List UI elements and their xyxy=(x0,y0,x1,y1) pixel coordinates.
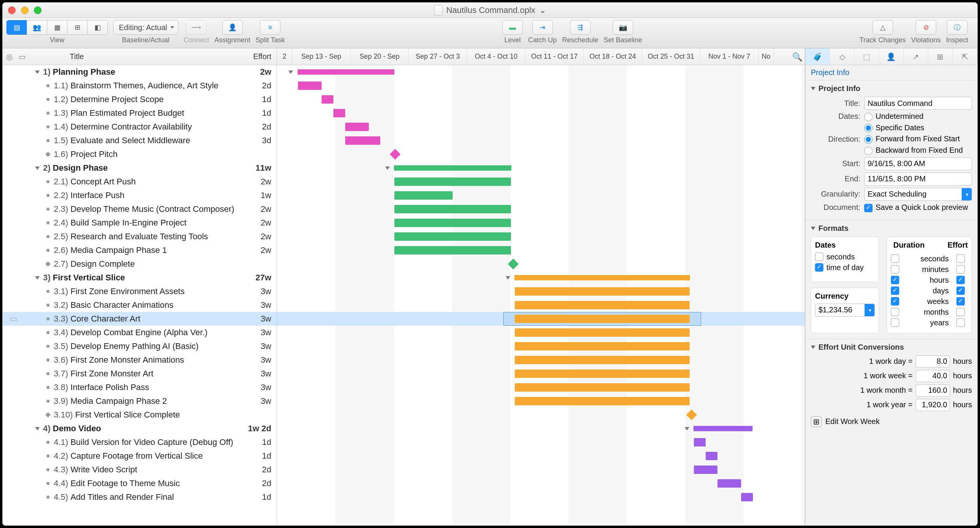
baseline-select[interactable]: Editing: Actual xyxy=(113,20,178,35)
task-bar[interactable] xyxy=(515,397,690,405)
dur-minutes-checkbox[interactable] xyxy=(891,265,899,274)
task-bar[interactable] xyxy=(515,301,690,309)
close-icon[interactable] xyxy=(8,6,16,14)
summary-bar[interactable] xyxy=(515,275,690,280)
summary-bar[interactable] xyxy=(394,165,511,171)
eff-years-checkbox[interactable] xyxy=(956,318,965,327)
task-row[interactable]: 3.4)Develop Combat Engine (Alpha Ver.)3w xyxy=(3,326,277,339)
task-row[interactable]: 3.7)First Zone Monster Art3w xyxy=(3,367,277,381)
task-bar[interactable] xyxy=(322,95,333,104)
tab-export[interactable]: ⇱ xyxy=(953,48,977,65)
timeline-column-header[interactable]: Oct 25 - Oct 31 xyxy=(642,48,700,65)
task-bar[interactable] xyxy=(694,438,706,446)
zoom-icon[interactable] xyxy=(34,6,42,14)
task-row[interactable]: 3.6)First Zone Monster Animations3w xyxy=(3,353,277,367)
quicklook-checkbox[interactable] xyxy=(864,204,873,212)
task-bar[interactable] xyxy=(333,109,345,117)
task-row[interactable]: 2)Design Phase11w xyxy=(3,161,277,175)
eye-icon[interactable]: ◎ xyxy=(3,52,16,61)
task-row[interactable]: 1.6)Project Pitch xyxy=(3,147,277,161)
task-row[interactable]: ▭3.3)Core Character Art3w xyxy=(3,312,277,326)
chevron-down-icon[interactable] xyxy=(811,87,815,90)
task-row[interactable]: 3.1)First Zone Environment Assets3w xyxy=(3,285,277,298)
eff-days-checkbox[interactable] xyxy=(956,286,965,295)
project-title-input[interactable] xyxy=(864,97,972,110)
eff-weeks-checkbox[interactable] xyxy=(956,297,965,306)
view-styles-button[interactable]: ◧ xyxy=(87,20,108,35)
view-gantt-button[interactable]: ▤ xyxy=(6,20,27,35)
baseline-button[interactable]: 📷 xyxy=(613,20,633,35)
milestone-marker[interactable] xyxy=(508,259,519,269)
radio-forward[interactable] xyxy=(864,135,873,144)
task-row[interactable]: 1.5)Evaluate and Select Middleware3d xyxy=(3,134,277,147)
task-bar[interactable] xyxy=(394,246,511,254)
task-bar[interactable] xyxy=(515,328,690,337)
split-button[interactable]: ≡ xyxy=(260,20,280,35)
start-date-input[interactable] xyxy=(864,157,972,170)
summary-bar[interactable] xyxy=(298,69,394,75)
milestone-marker[interactable] xyxy=(686,410,697,420)
task-bar[interactable] xyxy=(298,82,322,90)
task-bar[interactable] xyxy=(515,315,690,323)
timeline-column-header[interactable]: Sep 27 - Oct 3 xyxy=(409,48,467,65)
document-title[interactable]: Nautilus Command.oplx ⌄ xyxy=(434,5,546,16)
connect-button[interactable]: ⟶ xyxy=(186,20,207,35)
task-bar[interactable] xyxy=(515,356,690,364)
inspect-button[interactable]: ⓘ xyxy=(947,20,967,35)
timeline-column-header[interactable]: No xyxy=(759,48,774,65)
dur-seconds-checkbox[interactable] xyxy=(891,254,899,263)
eff-months-checkbox[interactable] xyxy=(956,308,965,316)
task-bar[interactable] xyxy=(515,383,690,392)
granularity-select[interactable]: Exact Scheduling▾ xyxy=(864,188,972,201)
task-row[interactable]: 3.2)Basic Character Animations3w xyxy=(3,298,277,312)
radio-backward[interactable] xyxy=(864,147,873,155)
chevron-down-icon[interactable] xyxy=(685,427,689,430)
timeline-column-header[interactable]: Oct 18 - Oct 24 xyxy=(584,48,642,65)
tab-milestones[interactable]: ◇ xyxy=(830,48,854,65)
view-resource-button[interactable]: 👥 xyxy=(27,20,47,35)
timeline-column-header[interactable]: 2 xyxy=(277,48,292,65)
outline-rows[interactable]: 1)Planning Phase2w1.1)Brainstorm Themes,… xyxy=(3,65,277,525)
timeline-column-header[interactable]: Oct 11 - Oct 17 xyxy=(525,48,584,65)
task-row[interactable]: 4.4)Edit Footage to Theme Music2d xyxy=(3,477,277,490)
task-row[interactable]: 1.1)Brainstorm Themes, Audience, Art Sty… xyxy=(3,79,277,93)
timeline-column-header[interactable]: Sep 13 - Sep xyxy=(292,48,351,65)
dur-weeks-checkbox[interactable] xyxy=(891,297,899,306)
checkbox-seconds[interactable] xyxy=(815,253,823,261)
minimize-icon[interactable] xyxy=(21,6,29,14)
eff-minutes-checkbox[interactable] xyxy=(956,265,965,274)
conversion-input[interactable] xyxy=(916,399,950,411)
effort-column-header[interactable]: Effort xyxy=(242,52,277,61)
task-row[interactable]: 2.2)Interface Push1w xyxy=(3,189,277,202)
task-bar[interactable] xyxy=(345,123,369,131)
task-row[interactable]: 1.2)Determine Project Scope1d xyxy=(3,93,277,106)
violations-button[interactable]: ⊘ xyxy=(916,20,936,35)
task-row[interactable]: 2.3)Develop Theme Music (Contract Compos… xyxy=(3,202,277,216)
view-network-button[interactable]: ⊞ xyxy=(67,20,87,35)
task-row[interactable]: 4.2)Capture Footage from Vertical Slice1… xyxy=(3,449,277,463)
eff-seconds-checkbox[interactable] xyxy=(956,254,965,263)
track-button[interactable]: △ xyxy=(873,20,893,35)
dur-months-checkbox[interactable] xyxy=(891,308,899,316)
checkbox-time-of-day[interactable] xyxy=(815,263,823,272)
dur-days-checkbox[interactable] xyxy=(891,286,899,295)
task-bar[interactable] xyxy=(741,493,753,501)
chevron-down-icon[interactable] xyxy=(385,166,390,170)
task-bar[interactable] xyxy=(394,178,511,186)
task-row[interactable]: 3.9)Media Campaign Phase 23w xyxy=(3,394,277,408)
search-icon[interactable]: 🔍 xyxy=(792,52,802,62)
reschedule-button[interactable]: ⇶ xyxy=(570,20,591,35)
task-row[interactable]: 2.5)Research and Evaluate Testing Tools2… xyxy=(3,230,277,243)
task-bar[interactable] xyxy=(345,136,380,145)
eff-hours-checkbox[interactable] xyxy=(956,276,965,284)
dur-hours-checkbox[interactable] xyxy=(891,276,899,284)
catchup-button[interactable]: ⇥ xyxy=(532,20,553,35)
tab-project-info[interactable]: 🧳 xyxy=(805,48,830,65)
task-bar[interactable] xyxy=(394,205,511,213)
summary-bar[interactable] xyxy=(694,426,752,431)
timeline-column-header[interactable]: Sep 20 - Sep xyxy=(351,48,409,65)
tab-resources[interactable]: 👤 xyxy=(879,48,903,65)
assignment-button[interactable]: 👤 xyxy=(222,20,243,35)
task-row[interactable]: 2.1)Concept Art Push2w xyxy=(3,175,277,189)
conversion-input[interactable] xyxy=(916,384,950,397)
